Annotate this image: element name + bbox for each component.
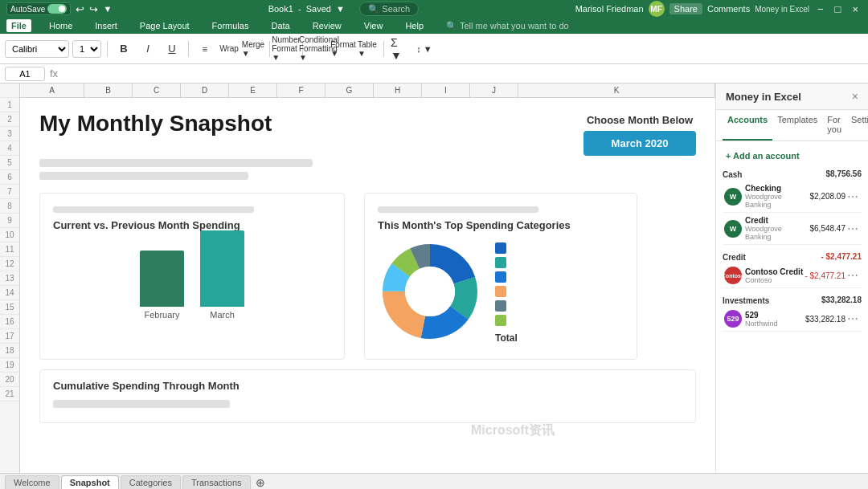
sort-btn[interactable]: ↕ ▼ <box>414 39 435 59</box>
underline-btn[interactable]: U <box>162 39 182 59</box>
col-I[interactable]: I <box>422 84 470 97</box>
ribbon-tab-pagelayout[interactable]: Page Layout <box>135 19 194 32</box>
credit-section: Credit - $2,477.21 Contoso Contoso Credi… <box>723 250 862 288</box>
cash-section-label: Cash <box>723 167 742 181</box>
ribbon-tab-insert[interactable]: Insert <box>90 19 122 32</box>
search-bar[interactable]: 🔍 Search <box>359 2 419 16</box>
quick-access[interactable]: ▼ <box>103 4 112 14</box>
search-placeholder: Search <box>382 4 410 14</box>
user-avatar[interactable]: MF <box>649 1 665 17</box>
legend-item-1 <box>495 242 518 254</box>
ribbon-tab-view[interactable]: View <box>359 19 388 32</box>
bar-chart-title: Current vs. Previous Month Spending <box>53 219 331 231</box>
ribbon-tab-formulas[interactable]: Formulas <box>207 19 254 32</box>
row-num-6: 6 <box>0 170 19 185</box>
ribbon-tab-data[interactable]: Data <box>266 19 294 32</box>
donut-container: Total <box>378 239 624 346</box>
sheet-tab-snapshot[interactable]: Snapshot <box>61 475 119 489</box>
italic-btn[interactable]: I <box>137 39 158 59</box>
bold-btn[interactable]: B <box>113 39 134 59</box>
checking-sub: Woodgrove Banking <box>745 193 810 209</box>
comments-btn[interactable]: Comments <box>707 4 750 14</box>
panel-tab-templates[interactable]: Templates <box>772 110 822 141</box>
row-num-10: 10 <box>0 228 19 242</box>
ribbon-tab-home[interactable]: Home <box>44 19 77 32</box>
minimize-btn[interactable]: − <box>814 3 827 15</box>
redo-btn[interactable]: ↪ <box>89 3 98 15</box>
sheet-tab-welcome[interactable]: Welcome <box>5 475 59 489</box>
placeholder-bar-1 <box>39 159 313 167</box>
contoso-sub: Contoso <box>745 276 805 284</box>
maximize-btn[interactable]: □ <box>832 3 845 15</box>
bar-group-march: March <box>200 230 244 320</box>
cumulative-section: Cumulative Spending Through Month <box>39 369 696 423</box>
ribbon-tab-tellme[interactable]: 🔍 Tell me what you want to do <box>441 19 574 33</box>
spreadsheet-inner: 1 2 3 4 5 6 7 8 9 10 11 12 13 14 15 16 1… <box>0 84 715 473</box>
col-K[interactable]: K <box>518 84 715 97</box>
merge-btn[interactable]: Merge ▼ <box>243 39 264 59</box>
contoso-icon: Contoso <box>724 267 742 284</box>
ribbon: File Home Insert Page Layout Formulas Da… <box>0 18 868 34</box>
sum-btn[interactable]: Σ ▼ <box>390 39 411 59</box>
529-icon: 529 <box>724 310 742 328</box>
sheet-tab-categories[interactable]: Categories <box>121 475 181 489</box>
share-btn[interactable]: Share <box>669 3 702 14</box>
row-num-15: 15 <box>0 300 19 315</box>
autosave-toggle-on[interactable] <box>47 4 67 14</box>
col-A[interactable]: A <box>20 84 84 97</box>
panel-tab-foryou[interactable]: For you <box>822 110 846 141</box>
529-menu[interactable]: ⋯ <box>845 312 860 325</box>
wrap-btn[interactable]: Wrap <box>219 39 240 59</box>
cell-reference[interactable]: A1 <box>5 67 45 81</box>
legend-item-5 <box>495 300 518 312</box>
sheet-tab-transactions[interactable]: Transactions <box>182 475 251 489</box>
col-J[interactable]: J <box>470 84 518 97</box>
panel-tab-settings[interactable]: Settings <box>846 110 868 141</box>
ribbon-tab-file[interactable]: File <box>6 19 31 32</box>
col-G[interactable]: G <box>326 84 374 97</box>
row-num-14: 14 <box>0 286 19 300</box>
font-name-select[interactable]: Calibri <box>5 40 69 58</box>
credit-woodgrove-menu[interactable]: ⋯ <box>845 222 860 235</box>
saved-label: Saved <box>306 4 331 14</box>
format-btn[interactable]: Format ▼ <box>333 39 354 59</box>
cash-total: $8,756.56 <box>826 169 862 178</box>
col-H[interactable]: H <box>374 84 422 97</box>
undo-btn[interactable]: ↩ <box>76 3 84 15</box>
title-bar-center: Book1 - Saved ▼ 🔍 Search <box>112 4 575 14</box>
row-num-17: 17 <box>0 329 19 344</box>
ribbon-tab-help[interactable]: Help <box>400 19 428 32</box>
col-B[interactable]: B <box>84 84 133 97</box>
contoso-amount: - $2,477.21 <box>805 271 845 280</box>
panel-close-btn[interactable]: × <box>852 90 858 103</box>
month-select-btn[interactable]: March 2020 <box>583 131 696 156</box>
row-num-20: 20 <box>0 373 19 387</box>
close-btn[interactable]: × <box>849 3 862 15</box>
panel-tab-accounts[interactable]: Accounts <box>723 110 772 141</box>
ribbon-tab-review[interactable]: Review <box>308 19 346 32</box>
row-num-4: 4 <box>0 141 19 156</box>
number-format-btn[interactable]: Number Format ▼ <box>276 39 297 59</box>
col-C[interactable]: C <box>133 84 181 97</box>
add-account-btn[interactable]: + Add an account <box>723 148 862 167</box>
checking-amount: $2,208.09 <box>810 192 846 201</box>
contoso-menu[interactable]: ⋯ <box>845 269 860 282</box>
spreadsheet-area: 1 2 3 4 5 6 7 8 9 10 11 12 13 14 15 16 1… <box>0 84 715 473</box>
font-size-select[interactable]: 11 <box>72 40 101 58</box>
table-btn[interactable]: Table ▼ <box>357 39 378 59</box>
checking-menu[interactable]: ⋯ <box>845 190 860 203</box>
add-sheet-btn[interactable]: ⊕ <box>252 476 268 489</box>
title-bar-left: AutoSave ↩ ↪ ▼ <box>6 2 112 15</box>
col-F[interactable]: F <box>277 84 326 97</box>
investments-section-label: Investments <box>723 293 769 307</box>
bar-group-february: February <box>140 251 184 320</box>
align-btn[interactable]: ≡ <box>194 39 215 59</box>
conditional-format-btn[interactable]: Conditional Formatting ▼ <box>309 39 330 59</box>
file-name: Book1 <box>268 4 293 14</box>
autosave-toggle[interactable]: AutoSave <box>6 2 71 15</box>
checking-name: Checking <box>745 184 810 193</box>
col-D[interactable]: D <box>181 84 229 97</box>
col-E[interactable]: E <box>229 84 277 97</box>
checking-icon: W <box>724 188 742 206</box>
credit-woodgrove-icon: W <box>724 220 742 238</box>
